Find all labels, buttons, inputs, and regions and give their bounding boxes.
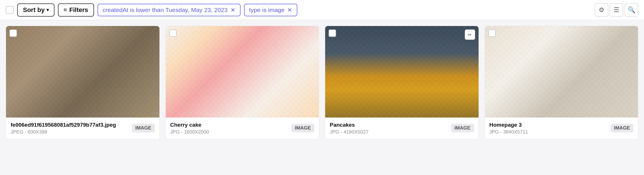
card-info: fe006ed91f619568081af52979b77af3.jpeg JP… xyxy=(11,122,130,135)
card-item-3: ✏ Pancakes JPG - 4160X5027 IMAGE xyxy=(325,26,479,139)
card-item-1: fe006ed91f619568081af52979b77af3.jpeg JP… xyxy=(6,26,160,139)
filters-label: Filters xyxy=(69,6,88,14)
search-button[interactable]: 🔍 xyxy=(625,3,638,17)
toolbar-right-actions: ⚙ ☰ 🔍 xyxy=(595,3,638,17)
filters-button[interactable]: ≡ Filters xyxy=(58,3,94,17)
card-checkbox-item-4[interactable] xyxy=(488,29,496,37)
toolbar: Sort by ▾ ≡ Filters createdAt is lower t… xyxy=(0,0,644,20)
card-footer: Homepage 3 JPG - 3840X5711 IMAGE xyxy=(485,118,638,139)
card-image-area: ✏ xyxy=(325,26,479,118)
card-checkbox-item-1[interactable] xyxy=(9,29,17,37)
card-info: Cherry cake JPG - 1600X2000 xyxy=(170,122,289,135)
filter-tag-date-text: createdAt is lower than Tuesday, May 23,… xyxy=(103,7,228,13)
type-badge: IMAGE xyxy=(291,124,314,132)
card-item-4: Homepage 3 JPG - 3840X5711 IMAGE xyxy=(485,26,639,139)
filter-tag-type-text: type is image xyxy=(249,7,285,13)
settings-icon: ⚙ xyxy=(599,6,604,14)
card-name: Homepage 3 xyxy=(489,122,608,129)
list-view-button[interactable]: ☰ xyxy=(610,3,623,17)
sort-by-label: Sort by xyxy=(23,6,45,14)
filter-tag-type[interactable]: type is image ✕ xyxy=(244,4,298,16)
card-meta: JPG - 4160X5027 xyxy=(330,129,449,135)
settings-button[interactable]: ⚙ xyxy=(595,3,608,17)
card-footer: Pancakes JPG - 4160X5027 IMAGE xyxy=(325,118,479,139)
card-meta: JPG - 3840X5711 xyxy=(489,129,608,135)
filter-icon: ≡ xyxy=(64,7,67,13)
card-image-area xyxy=(6,26,159,118)
card-checkbox-item-3[interactable] xyxy=(329,29,336,37)
type-badge: IMAGE xyxy=(610,124,633,132)
sort-by-button[interactable]: Sort by ▾ xyxy=(17,3,54,17)
card-name: Pancakes xyxy=(330,122,449,129)
card-footer: Cherry cake JPG - 1600X2000 IMAGE xyxy=(166,118,319,139)
card-footer: fe006ed91f619568081af52979b77af3.jpeg JP… xyxy=(6,118,159,139)
card-checkbox-item-2[interactable] xyxy=(169,29,177,37)
filter-tag-date-close[interactable]: ✕ xyxy=(231,7,235,13)
card-image-area xyxy=(166,26,319,118)
card-info: Homepage 3 JPG - 3840X5711 xyxy=(489,122,608,135)
card-meta: JPG - 1600X2000 xyxy=(170,129,289,135)
search-icon: 🔍 xyxy=(628,6,635,14)
card-edit-button[interactable]: ✏ xyxy=(465,29,475,40)
type-badge: IMAGE xyxy=(451,124,474,132)
card-info: Pancakes JPG - 4160X5027 xyxy=(330,122,449,135)
list-view-icon: ☰ xyxy=(614,6,619,14)
filter-tag-date[interactable]: createdAt is lower than Tuesday, May 23,… xyxy=(97,4,241,16)
media-grid: fe006ed91f619568081af52979b77af3.jpeg JP… xyxy=(0,20,644,145)
card-item-2: Cherry cake JPG - 1600X2000 IMAGE xyxy=(165,26,319,139)
card-meta: JPEG - 600X399 xyxy=(11,129,130,135)
sort-chevron-icon: ▾ xyxy=(46,7,49,13)
filter-tag-type-close[interactable]: ✕ xyxy=(287,7,292,13)
card-name: fe006ed91f619568081af52979b77af3.jpeg xyxy=(11,122,130,129)
type-badge: IMAGE xyxy=(132,124,155,132)
select-all-checkbox[interactable] xyxy=(6,6,14,14)
card-name: Cherry cake xyxy=(170,122,289,129)
card-image-area xyxy=(485,26,638,118)
